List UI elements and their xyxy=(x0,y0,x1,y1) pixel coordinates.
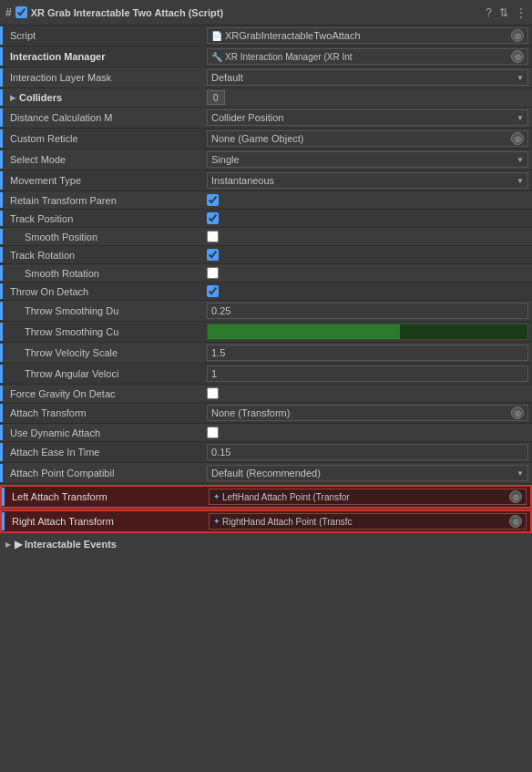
distance-calc-dropdown[interactable]: Collider Position ▼ xyxy=(207,109,528,126)
attach-transform-field[interactable]: None (Transform) ◎ xyxy=(207,405,528,421)
value-colliders: 0 xyxy=(203,89,532,106)
throw-on-detach-checkbox[interactable] xyxy=(207,285,219,297)
row-attach-ease-time: Attach Ease In Time xyxy=(0,442,532,463)
mt-arrow: ▼ xyxy=(517,177,524,185)
colliders-label: Colliders xyxy=(19,92,62,103)
value-throw-angular-vel xyxy=(203,365,532,383)
row-interaction-layer-mask: Interaction Layer Mask Default ▼ xyxy=(0,67,532,88)
value-interaction-layer-mask: Default ▼ xyxy=(203,68,532,87)
value-smooth-rotation xyxy=(203,266,532,280)
row-right-attach: Right Attach Transform ✦ RightHand Attac… xyxy=(0,510,532,533)
row-attach-point-compat: Attach Point Compatibil Default (Recomme… xyxy=(0,463,532,484)
row-colliders: ▶ Colliders 0 xyxy=(0,88,532,108)
throw-smoothing-curve-fill xyxy=(208,324,400,339)
row-use-dynamic-attach: Use Dynamic Attach xyxy=(0,424,532,442)
label-retain-transform: Retain Transform Paren xyxy=(3,193,203,208)
row-throw-velocity-scale: Throw Velocity Scale xyxy=(0,343,532,364)
script-target-btn[interactable]: ◎ xyxy=(511,29,524,42)
label-smooth-rotation: Smooth Rotation xyxy=(3,266,203,281)
interaction-layer-mask-dropdown[interactable]: Default ▼ xyxy=(207,69,528,86)
throw-angular-vel-input[interactable] xyxy=(207,365,528,382)
row-smooth-rotation: Smooth Rotation xyxy=(0,264,532,283)
smooth-rotation-checkbox[interactable] xyxy=(207,267,219,279)
throw-smoothing-dur-input[interactable] xyxy=(207,303,528,319)
left-attach-target-btn[interactable]: ◎ xyxy=(509,490,522,503)
attach-ease-time-input[interactable] xyxy=(207,444,528,460)
row-throw-smoothing-dur: Throw Smoothing Du xyxy=(0,301,532,322)
label-attach-transform: Attach Transform xyxy=(3,406,203,420)
label-colliders[interactable]: ▶ Colliders xyxy=(3,90,203,105)
movement-type-dropdown[interactable]: Instantaneous ▼ xyxy=(207,172,528,189)
right-attach-icon: ✦ xyxy=(213,517,220,526)
dc-arrow: ▼ xyxy=(517,114,524,122)
force-gravity-checkbox[interactable] xyxy=(207,387,219,399)
at-value: None (Transform) xyxy=(211,407,511,418)
label-right-attach: Right Attach Transform xyxy=(5,514,205,529)
label-script: Script xyxy=(3,28,203,43)
header-icons: # XR Grab Interactable Two Attach (Scrip… xyxy=(5,6,486,19)
ilm-value: Default xyxy=(211,72,243,83)
label-throw-angular-vel: Throw Angular Veloci xyxy=(3,366,203,381)
interaction-manager-field[interactable]: 🔧 XR Interaction Manager (XR Int ◎ xyxy=(207,48,528,65)
hash-icon: # xyxy=(5,6,12,19)
colliders-count: 0 xyxy=(207,90,225,105)
left-attach-field[interactable]: ✦ LeftHand Attach Point (Transfor ◎ xyxy=(209,489,527,505)
label-track-rotation: Track Rotation xyxy=(3,248,203,262)
track-rotation-checkbox[interactable] xyxy=(207,249,219,261)
sm-value: Single xyxy=(211,154,240,165)
value-select-mode: Single ▼ xyxy=(203,150,532,169)
value-use-dynamic-attach xyxy=(203,426,532,439)
row-select-mode: Select Mode Single ▼ xyxy=(0,149,532,170)
label-select-mode: Select Mode xyxy=(3,152,203,167)
use-dynamic-attach-checkbox[interactable] xyxy=(207,427,219,438)
value-interaction-manager: 🔧 XR Interaction Manager (XR Int ◎ xyxy=(203,47,532,66)
sm-arrow: ▼ xyxy=(517,156,524,164)
right-attach-field[interactable]: ✦ RightHand Attach Point (Transfc ◎ xyxy=(209,513,527,530)
label-track-position: Track Position xyxy=(3,211,203,226)
value-distance-calc: Collider Position ▼ xyxy=(203,108,532,127)
row-smooth-position: Smooth Position xyxy=(0,228,532,246)
header-action-icons: ? ⇅ ⋮ xyxy=(486,6,527,19)
script-field[interactable]: 📄 XRGrabInteractableTwoAttach ◎ xyxy=(207,27,528,44)
value-script: 📄 XRGrabInteractableTwoAttach ◎ xyxy=(203,26,532,45)
im-value: XR Interaction Manager (XR Int xyxy=(225,52,511,62)
label-left-attach: Left Attach Transform xyxy=(5,489,205,504)
row-left-attach: Left Attach Transform ✦ LeftHand Attach … xyxy=(0,485,532,509)
mt-value: Instantaneous xyxy=(211,175,274,186)
label-movement-type: Movement Type xyxy=(3,173,203,188)
colliders-triangle: ▶ xyxy=(10,94,15,102)
row-force-gravity: Force Gravity On Detac xyxy=(0,385,532,403)
script-value: XRGrabInteractableTwoAttach xyxy=(225,30,511,41)
label-interaction-layer-mask: Interaction Layer Mask xyxy=(3,70,203,85)
value-attach-point-compat: Default (Recommended) ▼ xyxy=(203,464,532,482)
row-track-position: Track Position xyxy=(0,210,532,228)
select-mode-dropdown[interactable]: Single ▼ xyxy=(207,151,528,168)
im-target-btn[interactable]: ◎ xyxy=(511,50,524,63)
track-position-checkbox[interactable] xyxy=(207,212,219,224)
left-attach-icon: ✦ xyxy=(213,492,220,501)
retain-transform-checkbox[interactable] xyxy=(207,194,219,206)
smooth-position-checkbox[interactable] xyxy=(207,231,219,242)
im-icon: 🔧 xyxy=(211,52,222,62)
settings-icon[interactable]: ⇅ xyxy=(499,6,508,19)
row-throw-on-detach: Throw On Detach xyxy=(0,283,532,301)
row-interactable-events[interactable]: ▶ ▶ Interactable Events xyxy=(0,534,532,554)
cr-target-btn[interactable]: ◎ xyxy=(511,132,524,145)
right-attach-target-btn[interactable]: ◎ xyxy=(509,515,522,528)
label-interaction-manager: Interaction Manager xyxy=(3,49,203,64)
label-smooth-position: Smooth Position xyxy=(3,230,203,244)
at-target-btn[interactable]: ◎ xyxy=(511,407,524,419)
value-right-attach: ✦ RightHand Attach Point (Transfc ◎ xyxy=(205,512,530,530)
row-throw-angular-vel: Throw Angular Veloci xyxy=(0,364,532,385)
value-movement-type: Instantaneous ▼ xyxy=(203,171,532,190)
label-throw-on-detach: Throw On Detach xyxy=(3,284,203,299)
throw-velocity-scale-input[interactable] xyxy=(207,345,528,361)
menu-icon[interactable]: ⋮ xyxy=(516,6,527,19)
component-enabled-toggle[interactable] xyxy=(15,6,27,18)
attach-point-compat-dropdown[interactable]: Default (Recommended) ▼ xyxy=(207,465,528,481)
dc-value: Collider Position xyxy=(211,112,283,123)
help-icon[interactable]: ? xyxy=(486,6,492,19)
custom-reticle-field[interactable]: None (Game Object) ◎ xyxy=(207,130,528,147)
throw-smoothing-curve-field[interactable] xyxy=(207,324,528,340)
value-force-gravity xyxy=(203,386,532,400)
